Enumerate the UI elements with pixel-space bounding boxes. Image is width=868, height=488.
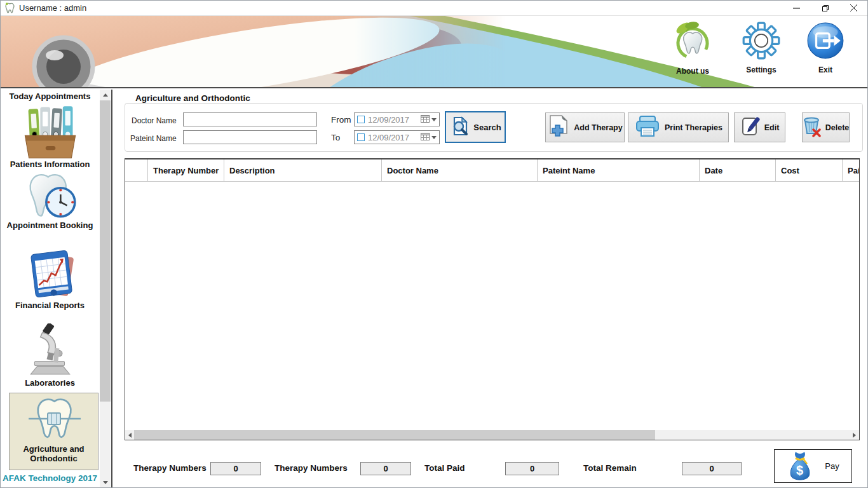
sidebar-item-patients-information[interactable]: Patients Information [0, 159, 100, 169]
trash-icon [803, 116, 822, 139]
nav-settings[interactable]: Settings [728, 21, 794, 74]
nav-label: Settings [728, 65, 794, 74]
scroll-right-icon[interactable] [850, 430, 859, 440]
column-header[interactable]: Date [700, 159, 776, 181]
logout-icon [806, 51, 845, 62]
scroll-down-icon[interactable] [100, 477, 111, 488]
banner: About us Settings [0, 16, 868, 88]
money-bag-icon: $ [787, 450, 813, 482]
calendar-icon [421, 114, 430, 125]
column-header[interactable]: Therapy Number [148, 159, 224, 181]
therapy-numbers-label: Therapy Numbers [133, 463, 207, 473]
print-therapies-button[interactable]: Print Therapies [628, 112, 729, 142]
app-tooth-icon [4, 3, 15, 16]
minimize-button[interactable] [782, 0, 811, 16]
edit-pen-icon [740, 116, 761, 139]
total-paid-label: Total Paid [424, 463, 465, 473]
nav-label: About us [660, 67, 726, 76]
sidebar-item-financial-reports[interactable]: Financial Reports [0, 301, 100, 310]
groupbox-title: Agriculture and Orthodontic [132, 93, 254, 103]
table-horizontal-scrollbar[interactable] [125, 430, 859, 440]
svg-text:$: $ [796, 463, 803, 477]
button-label: Add Therapy [574, 123, 622, 132]
tooth-braces-icon [15, 433, 93, 444]
sidebar: Today Appointments Patients Information … [0, 90, 112, 488]
microscope-icon[interactable] [0, 323, 100, 379]
dropdown-icon[interactable] [431, 118, 437, 121]
nav-exit[interactable]: Exit [792, 21, 858, 74]
to-date-checkbox[interactable] [357, 133, 365, 141]
tooth-leaf-icon [672, 53, 713, 64]
table-header-row: Therapy Number Description Doctor Name P… [125, 159, 859, 182]
binders-icon[interactable] [0, 104, 100, 162]
pay-label: Pay [825, 461, 839, 471]
sidebar-item-label: Agriculture and Orthodontic [10, 444, 98, 463]
row-selector-header[interactable] [125, 159, 148, 181]
total-remain-label: Total Remain [583, 463, 637, 473]
from-date-picker[interactable]: 12/09/2017 [354, 112, 440, 126]
tooth-clock-icon[interactable] [0, 170, 100, 224]
sidebar-item-appointment-booking[interactable]: Appointment Booking [0, 220, 100, 230]
chart-book-icon[interactable] [0, 248, 100, 302]
scrollbar-thumb[interactable] [100, 100, 111, 402]
restore-button[interactable] [811, 0, 839, 16]
search-icon [449, 116, 470, 139]
total-remain-value: 0 [682, 462, 742, 475]
sidebar-item-agriculture-orthodontic[interactable]: Agriculture and Orthodontic [9, 393, 98, 470]
scrollbar-thumb[interactable] [134, 430, 655, 440]
delete-button[interactable]: Delete [802, 112, 850, 142]
column-header[interactable]: Description [224, 159, 382, 181]
pateint-name-label: Pateint Name [130, 134, 177, 143]
window-title: Username : admin [19, 3, 86, 13]
from-label: From [331, 115, 351, 125]
calendar-icon [421, 132, 430, 143]
gear-icon [742, 51, 781, 62]
nav-label: Exit [792, 65, 858, 74]
dropdown-icon[interactable] [431, 136, 437, 139]
to-label: To [331, 133, 340, 142]
scroll-up-icon[interactable] [100, 90, 111, 100]
therapy-numbers-value-2: 0 [360, 462, 411, 475]
nav-about-us[interactable]: About us [660, 21, 726, 76]
therapy-numbers-value: 0 [210, 462, 261, 475]
therapies-table: Therapy Number Description Doctor Name P… [125, 158, 860, 440]
close-button[interactable] [839, 0, 868, 16]
titlebar: Username : admin [0, 0, 868, 16]
to-date-picker[interactable]: 12/09/2017 [354, 130, 440, 144]
column-header[interactable]: Cost [776, 159, 843, 181]
doctor-name-input[interactable] [183, 112, 317, 126]
add-therapy-button[interactable]: Add Therapy [545, 112, 625, 142]
add-document-icon [547, 114, 570, 140]
button-label: Edit [764, 123, 780, 132]
brand-footer: AFAK Technology 2017 [0, 473, 100, 483]
pateint-name-input[interactable] [183, 130, 317, 144]
total-paid-value: 0 [505, 462, 559, 475]
pay-button[interactable]: $ Pay [774, 449, 852, 483]
column-header[interactable]: Doctor Name [382, 159, 538, 181]
sidebar-item-today-appointments[interactable]: Today Appointments [0, 92, 100, 101]
scroll-left-icon[interactable] [125, 430, 135, 440]
table-body-empty [125, 182, 859, 430]
sidebar-item-laboratories[interactable]: Laboratories [0, 378, 100, 388]
from-date-value: 12/09/2017 [368, 115, 421, 125]
column-header[interactable]: Paid [843, 159, 859, 181]
sidebar-scrollbar[interactable] [100, 90, 111, 488]
printer-icon [634, 115, 661, 140]
from-date-checkbox[interactable] [357, 116, 365, 123]
therapy-numbers-label-2: Therapy Numbers [275, 463, 348, 473]
button-label: Print Therapies [665, 123, 722, 132]
doctor-name-label: Doctor Name [132, 116, 177, 125]
column-header[interactable]: Pateint Name [538, 159, 700, 181]
edit-button[interactable]: Edit [734, 112, 785, 142]
to-date-value: 12/09/2017 [368, 133, 421, 142]
search-button[interactable]: Search [445, 111, 506, 143]
button-label: Delete [825, 123, 850, 132]
search-label: Search [473, 123, 501, 132]
